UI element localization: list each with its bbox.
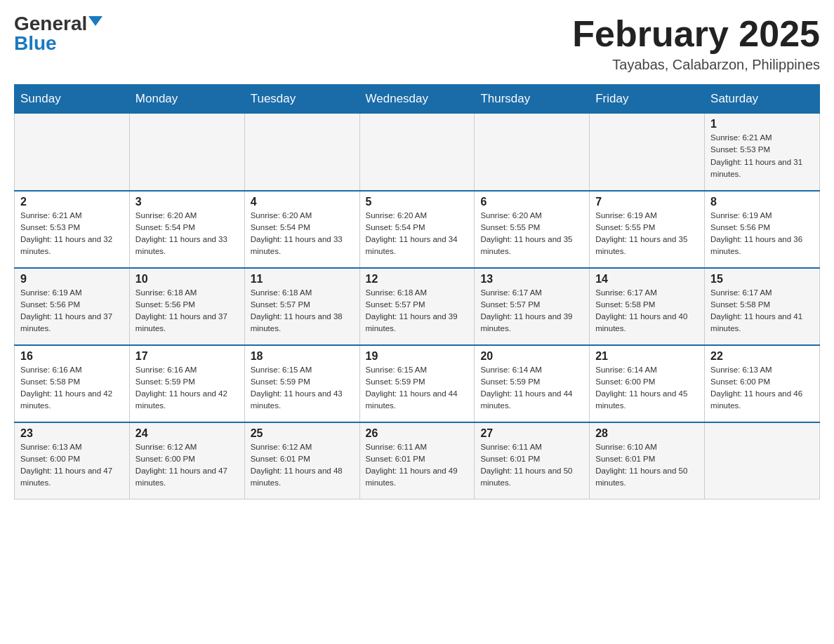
calendar-day-cell: 7Sunrise: 6:19 AM Sunset: 5:55 PM Daylig… — [590, 191, 705, 268]
calendar-week-row: 2Sunrise: 6:21 AM Sunset: 5:53 PM Daylig… — [15, 191, 820, 268]
calendar-day-cell: 28Sunrise: 6:10 AM Sunset: 6:01 PM Dayli… — [590, 422, 705, 499]
day-number: 18 — [251, 350, 354, 363]
header-day-saturday: Saturday — [705, 85, 820, 114]
calendar-day-cell: 4Sunrise: 6:20 AM Sunset: 5:54 PM Daylig… — [244, 191, 359, 268]
calendar-day-cell — [705, 422, 820, 499]
day-number: 5 — [366, 196, 469, 208]
calendar-day-cell: 13Sunrise: 6:17 AM Sunset: 5:57 PM Dayli… — [475, 268, 590, 345]
day-info: Sunrise: 6:16 AM Sunset: 5:59 PM Dayligh… — [135, 364, 239, 412]
header-day-monday: Monday — [129, 85, 244, 114]
day-info: Sunrise: 6:15 AM Sunset: 5:59 PM Dayligh… — [366, 364, 469, 412]
day-number: 10 — [135, 273, 239, 286]
day-number: 25 — [251, 427, 354, 440]
logo-blue-text: Blue — [14, 34, 57, 53]
day-number: 12 — [366, 273, 469, 286]
day-number: 19 — [366, 350, 469, 363]
day-info: Sunrise: 6:11 AM Sunset: 6:01 PM Dayligh… — [366, 441, 469, 490]
day-info: Sunrise: 6:18 AM Sunset: 5:56 PM Dayligh… — [135, 287, 239, 335]
day-number: 17 — [135, 350, 239, 363]
day-info: Sunrise: 6:20 AM Sunset: 5:54 PM Dayligh… — [135, 210, 239, 258]
logo-general-text: General — [14, 14, 87, 34]
calendar-day-cell — [15, 114, 130, 191]
day-info: Sunrise: 6:17 AM Sunset: 5:58 PM Dayligh… — [595, 287, 699, 335]
day-number: 13 — [480, 273, 583, 286]
calendar-day-cell: 9Sunrise: 6:19 AM Sunset: 5:56 PM Daylig… — [15, 268, 130, 345]
calendar-week-row: 9Sunrise: 6:19 AM Sunset: 5:56 PM Daylig… — [15, 268, 820, 345]
day-info: Sunrise: 6:11 AM Sunset: 6:01 PM Dayligh… — [480, 441, 583, 490]
header-day-friday: Friday — [590, 85, 705, 114]
day-info: Sunrise: 6:18 AM Sunset: 5:57 PM Dayligh… — [366, 287, 469, 335]
calendar-week-row: 16Sunrise: 6:16 AM Sunset: 5:58 PM Dayli… — [15, 345, 820, 422]
day-info: Sunrise: 6:20 AM Sunset: 5:54 PM Dayligh… — [366, 210, 469, 258]
calendar-day-cell: 10Sunrise: 6:18 AM Sunset: 5:56 PM Dayli… — [129, 268, 244, 345]
calendar-day-cell: 21Sunrise: 6:14 AM Sunset: 6:00 PM Dayli… — [590, 345, 705, 422]
day-number: 15 — [710, 273, 814, 286]
day-info: Sunrise: 6:12 AM Sunset: 6:00 PM Dayligh… — [135, 441, 239, 490]
calendar-day-cell: 22Sunrise: 6:13 AM Sunset: 6:00 PM Dayli… — [705, 345, 820, 422]
header-day-sunday: Sunday — [15, 85, 130, 114]
calendar-day-cell: 15Sunrise: 6:17 AM Sunset: 5:58 PM Dayli… — [705, 268, 820, 345]
calendar-day-cell: 25Sunrise: 6:12 AM Sunset: 6:01 PM Dayli… — [244, 422, 359, 499]
day-number: 9 — [20, 273, 124, 286]
calendar-day-cell — [129, 114, 244, 191]
calendar-day-cell: 8Sunrise: 6:19 AM Sunset: 5:56 PM Daylig… — [705, 191, 820, 268]
calendar-day-cell: 18Sunrise: 6:15 AM Sunset: 5:59 PM Dayli… — [244, 345, 359, 422]
day-info: Sunrise: 6:17 AM Sunset: 5:57 PM Dayligh… — [480, 287, 583, 335]
header-day-thursday: Thursday — [475, 85, 590, 114]
day-info: Sunrise: 6:10 AM Sunset: 6:01 PM Dayligh… — [595, 441, 699, 490]
day-number: 14 — [595, 273, 699, 286]
calendar-day-cell: 2Sunrise: 6:21 AM Sunset: 5:53 PM Daylig… — [15, 191, 130, 268]
day-number: 2 — [20, 196, 124, 208]
calendar-day-cell: 24Sunrise: 6:12 AM Sunset: 6:00 PM Dayli… — [129, 422, 244, 499]
calendar-day-cell: 1Sunrise: 6:21 AM Sunset: 5:53 PM Daylig… — [705, 114, 820, 191]
calendar-table: SundayMondayTuesdayWednesdayThursdayFrid… — [14, 84, 820, 499]
calendar-day-cell: 16Sunrise: 6:16 AM Sunset: 5:58 PM Dayli… — [15, 345, 130, 422]
day-info: Sunrise: 6:13 AM Sunset: 6:00 PM Dayligh… — [710, 364, 814, 412]
calendar-day-cell: 19Sunrise: 6:15 AM Sunset: 5:59 PM Dayli… — [359, 345, 475, 422]
day-info: Sunrise: 6:21 AM Sunset: 5:53 PM Dayligh… — [710, 132, 814, 180]
day-info: Sunrise: 6:19 AM Sunset: 5:55 PM Dayligh… — [595, 210, 699, 258]
day-number: 8 — [710, 196, 814, 208]
day-number: 4 — [251, 196, 354, 208]
day-number: 26 — [366, 427, 469, 440]
page-header: General Blue February 2025 Tayabas, Cala… — [14, 14, 820, 73]
calendar-day-cell: 6Sunrise: 6:20 AM Sunset: 5:55 PM Daylig… — [475, 191, 590, 268]
month-title: February 2025 — [572, 14, 820, 54]
calendar-day-cell: 14Sunrise: 6:17 AM Sunset: 5:58 PM Dayli… — [590, 268, 705, 345]
day-info: Sunrise: 6:14 AM Sunset: 5:59 PM Dayligh… — [480, 364, 583, 412]
calendar-day-cell — [359, 114, 475, 191]
day-info: Sunrise: 6:17 AM Sunset: 5:58 PM Dayligh… — [710, 287, 814, 335]
calendar-day-cell — [244, 114, 359, 191]
day-number: 22 — [710, 350, 814, 363]
title-block: February 2025 Tayabas, Calabarzon, Phili… — [572, 14, 820, 73]
logo-triangle-icon — [88, 16, 102, 26]
day-number: 28 — [595, 427, 699, 440]
day-number: 27 — [480, 427, 583, 440]
day-info: Sunrise: 6:18 AM Sunset: 5:57 PM Dayligh… — [251, 287, 354, 335]
day-info: Sunrise: 6:15 AM Sunset: 5:59 PM Dayligh… — [251, 364, 354, 412]
calendar-day-cell: 5Sunrise: 6:20 AM Sunset: 5:54 PM Daylig… — [359, 191, 475, 268]
day-number: 21 — [595, 350, 699, 363]
location-text: Tayabas, Calabarzon, Philippines — [572, 57, 820, 73]
day-number: 20 — [480, 350, 583, 363]
day-info: Sunrise: 6:16 AM Sunset: 5:58 PM Dayligh… — [20, 364, 124, 412]
day-number: 1 — [710, 118, 814, 130]
calendar-day-cell: 20Sunrise: 6:14 AM Sunset: 5:59 PM Dayli… — [475, 345, 590, 422]
calendar-week-row: 23Sunrise: 6:13 AM Sunset: 6:00 PM Dayli… — [15, 422, 820, 499]
calendar-header: SundayMondayTuesdayWednesdayThursdayFrid… — [15, 85, 820, 114]
calendar-day-cell — [475, 114, 590, 191]
day-info: Sunrise: 6:20 AM Sunset: 5:54 PM Dayligh… — [251, 210, 354, 258]
calendar-day-cell: 11Sunrise: 6:18 AM Sunset: 5:57 PM Dayli… — [244, 268, 359, 345]
calendar-body: 1Sunrise: 6:21 AM Sunset: 5:53 PM Daylig… — [15, 114, 820, 499]
day-info: Sunrise: 6:19 AM Sunset: 5:56 PM Dayligh… — [710, 210, 814, 258]
day-info: Sunrise: 6:14 AM Sunset: 6:00 PM Dayligh… — [595, 364, 699, 412]
calendar-day-cell: 23Sunrise: 6:13 AM Sunset: 6:00 PM Dayli… — [15, 422, 130, 499]
calendar-day-cell: 3Sunrise: 6:20 AM Sunset: 5:54 PM Daylig… — [129, 191, 244, 268]
day-info: Sunrise: 6:13 AM Sunset: 6:00 PM Dayligh… — [20, 441, 124, 490]
day-number: 24 — [135, 427, 239, 440]
day-number: 16 — [20, 350, 124, 363]
logo: General Blue — [14, 14, 102, 53]
calendar-day-cell: 12Sunrise: 6:18 AM Sunset: 5:57 PM Dayli… — [359, 268, 475, 345]
day-info: Sunrise: 6:20 AM Sunset: 5:55 PM Dayligh… — [480, 210, 583, 258]
day-number: 3 — [135, 196, 239, 208]
